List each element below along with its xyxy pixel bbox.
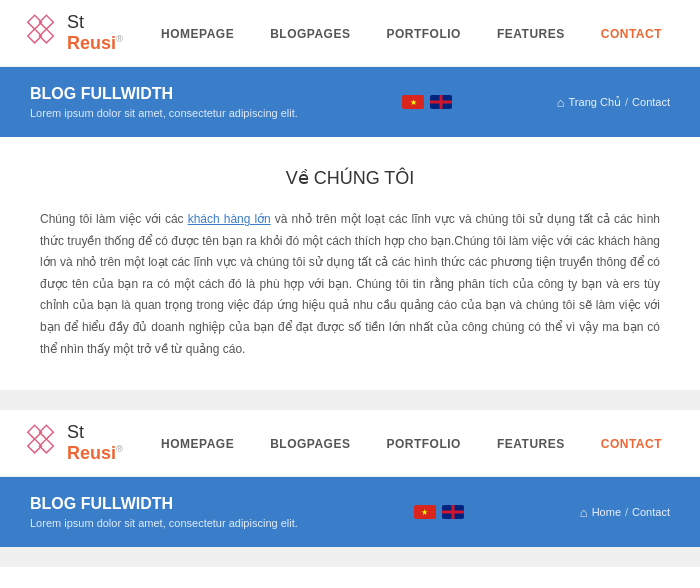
hero-subtitle: Lorem ipsum dolor sit amet, consectetur …	[30, 107, 298, 119]
breadcrumb2-current: Contact	[632, 506, 670, 518]
section-gap-1	[0, 390, 700, 410]
nav2-item-homepage[interactable]: HOMEPAGE	[143, 436, 252, 451]
section-gap-2	[0, 547, 700, 567]
nav-item-homepage[interactable]: HOMEPAGE	[143, 26, 252, 41]
nav2-item-features[interactable]: FEATURES	[479, 436, 583, 451]
nav-item-portfolio[interactable]: PORTFOLIO	[368, 26, 479, 41]
nav2-item-contact[interactable]: CONTACT	[583, 436, 680, 451]
flag-vn-2[interactable]	[414, 505, 436, 519]
nav-links: HOMEPAGE BLOGPAGES PORTFOLIO FEATURES CO…	[143, 26, 680, 41]
logo[interactable]: St Reusi®	[20, 12, 143, 54]
language-switcher[interactable]	[402, 95, 452, 109]
navbar-top: St Reusi® HOMEPAGE BLOGPAGES PORTFOLIO F…	[0, 0, 700, 67]
nav-item-contact[interactable]: CONTACT	[583, 26, 680, 41]
logo-text-2: St Reusi®	[67, 422, 143, 464]
flag-uk[interactable]	[430, 95, 452, 109]
content-section-1: Về CHÚNG TÔI Chúng tôi làm việc với các …	[0, 137, 700, 390]
hero2-title: BLOG FULLWIDTH	[30, 495, 298, 513]
breadcrumb-home: Trang Chủ	[569, 96, 621, 109]
nav-item-blogpages[interactable]: BLOGPAGES	[252, 26, 368, 41]
home-icon-2: ⌂	[580, 505, 588, 520]
section-text-1: Chúng tôi làm việc với các khách hàng lớ…	[40, 209, 660, 360]
nav2-item-blogpages[interactable]: BLOGPAGES	[252, 436, 368, 451]
hero2-left: BLOG FULLWIDTH Lorem ipsum dolor sit ame…	[30, 495, 298, 529]
breadcrumb-current: Contact	[632, 96, 670, 108]
nav-item-features[interactable]: FEATURES	[479, 26, 583, 41]
logo-icon-2	[20, 423, 59, 463]
hero-title: BLOG FULLWIDTH	[30, 85, 298, 103]
breadcrumb: ⌂ Trang Chủ / Contact	[557, 95, 670, 110]
hero-banner-bottom: BLOG FULLWIDTH Lorem ipsum dolor sit ame…	[0, 477, 700, 547]
breadcrumb-sep: /	[625, 96, 628, 108]
language-switcher-2[interactable]	[414, 505, 464, 519]
section-title-1: Về CHÚNG TÔI	[40, 167, 660, 189]
link-1[interactable]: khách hàng lớn	[188, 212, 271, 226]
flag-uk-2[interactable]	[442, 505, 464, 519]
navbar-bottom: St Reusi® HOMEPAGE BLOGPAGES PORTFOLIO F…	[0, 410, 700, 477]
hero2-subtitle: Lorem ipsum dolor sit amet, consectetur …	[30, 517, 298, 529]
logo-icon	[20, 13, 59, 53]
logo-text: St Reusi®	[67, 12, 143, 54]
breadcrumb2-sep: /	[625, 506, 628, 518]
breadcrumb2-home: Home	[592, 506, 621, 518]
content-section-2: ABOUT US We work with clients big and sm…	[0, 567, 700, 588]
home-icon: ⌂	[557, 95, 565, 110]
logo-2[interactable]: St Reusi®	[20, 422, 143, 464]
nav2-item-portfolio[interactable]: PORTFOLIO	[368, 436, 479, 451]
nav-links-2: HOMEPAGE BLOGPAGES PORTFOLIO FEATURES CO…	[143, 436, 680, 451]
hero-banner-top: BLOG FULLWIDTH Lorem ipsum dolor sit ame…	[0, 67, 700, 137]
hero-left: BLOG FULLWIDTH Lorem ipsum dolor sit ame…	[30, 85, 298, 119]
flag-vn[interactable]	[402, 95, 424, 109]
breadcrumb-2: ⌂ Home / Contact	[580, 505, 670, 520]
